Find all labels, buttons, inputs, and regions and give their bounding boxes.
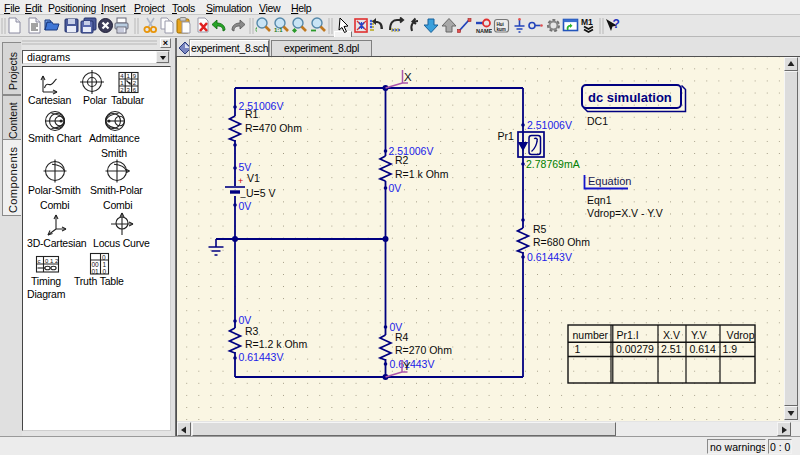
svg-text:Vdrop: Vdrop — [727, 329, 755, 341]
svg-text:Pr1.I: Pr1.I — [617, 329, 639, 341]
svg-text:9: 9 — [133, 73, 137, 79]
svg-text:1: 1 — [575, 343, 581, 355]
svg-text:number: number — [573, 329, 609, 341]
svg-text:0: 0 — [102, 254, 106, 261]
svg-text:1.9: 1.9 — [723, 343, 738, 355]
svg-text:X.V: X.V — [663, 329, 680, 341]
svg-text:R=1.2 k Ohm: R=1.2 k Ohm — [245, 338, 307, 350]
svg-text:R2: R2 — [395, 154, 409, 166]
svg-text:R3: R3 — [245, 325, 259, 337]
svg-text:R5: R5 — [533, 223, 547, 235]
svg-text:Equation: Equation — [588, 175, 631, 187]
svg-text:0.61443V: 0.61443V — [239, 351, 284, 363]
svg-text:R4: R4 — [395, 331, 409, 343]
svg-text:4: 4 — [120, 73, 124, 79]
svg-text:0V: 0V — [239, 200, 252, 212]
svg-text:V1: V1 — [247, 172, 260, 184]
svg-text:2.51006V: 2.51006V — [527, 119, 572, 131]
svg-text:Y: Y — [403, 360, 411, 372]
svg-text:1:1: 1:1 — [274, 27, 283, 33]
svg-text:0: 0 — [103, 268, 107, 275]
svg-text:Eqn1: Eqn1 — [587, 194, 612, 206]
svg-text:X: X — [404, 71, 412, 83]
svg-text:0.00279: 0.00279 — [616, 343, 654, 355]
svg-text:01: 01 — [92, 268, 100, 275]
svg-text:?: ? — [613, 17, 620, 31]
svg-text:R=680 Ohm: R=680 Ohm — [533, 236, 590, 248]
svg-text:2.51: 2.51 — [661, 343, 682, 355]
svg-text:0.61443V: 0.61443V — [527, 251, 572, 263]
svg-text:R=1 k Ohm: R=1 k Ohm — [395, 168, 449, 180]
svg-text:R=470 Ohm: R=470 Ohm — [245, 122, 302, 134]
svg-text:c: c — [38, 258, 41, 264]
svg-text:NAME: NAME — [476, 28, 492, 34]
svg-text:M1: M1 — [581, 17, 593, 27]
svg-text:2.78769mA: 2.78769mA — [526, 158, 580, 170]
svg-text:U=5 V: U=5 V — [246, 187, 275, 199]
svg-text:1: 1 — [127, 73, 131, 79]
svg-text:0V: 0V — [389, 182, 402, 194]
svg-text:Y.V: Y.V — [691, 329, 707, 341]
svg-text:kum: kum — [497, 27, 506, 32]
svg-text:DC1: DC1 — [587, 115, 608, 127]
svg-text:1: 1 — [120, 80, 124, 86]
svg-text:0.61443V: 0.61443V — [390, 358, 435, 370]
svg-text:+: + — [238, 176, 243, 186]
svg-text:dc simulation: dc simulation — [588, 90, 672, 105]
svg-text:0.614: 0.614 — [690, 343, 716, 355]
svg-text:0 1 2: 0 1 2 — [45, 258, 59, 264]
svg-text:2: 2 — [133, 80, 137, 86]
svg-text:R=270 Ohm: R=270 Ohm — [395, 344, 452, 356]
svg-text:R1: R1 — [245, 108, 259, 120]
svg-text:Pr1: Pr1 — [498, 130, 515, 142]
svg-text:Vdrop=X.V - Y.V: Vdrop=X.V - Y.V — [587, 207, 663, 219]
